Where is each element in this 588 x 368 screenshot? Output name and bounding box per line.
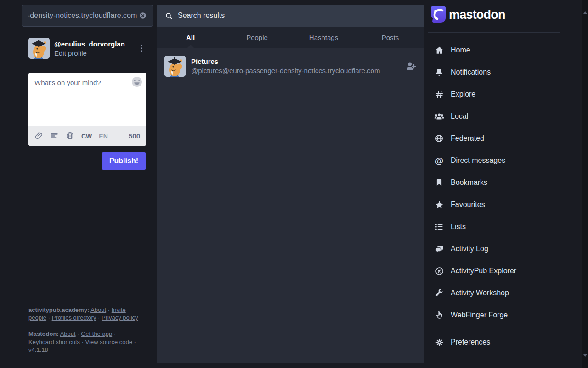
hashtag-icon bbox=[434, 90, 444, 99]
tab-all[interactable]: All bbox=[157, 27, 224, 48]
result-handle: @pictures@euro-passenger-density-notices… bbox=[191, 67, 380, 75]
compose-toolbar: CW EN 500 bbox=[28, 126, 146, 146]
footer-separator: · bbox=[98, 314, 100, 321]
content-warning-button[interactable]: CW bbox=[81, 132, 92, 140]
users-icon bbox=[434, 111, 444, 121]
nav-label: Preferences bbox=[451, 338, 490, 346]
tab-posts[interactable]: Posts bbox=[357, 27, 424, 48]
drawer-footer: activitypub.academy: About · Invite peop… bbox=[28, 306, 142, 354]
nav-item-notifications[interactable]: Notifications bbox=[428, 61, 560, 83]
mastodon-app: @enulius_dorvorglan Edit profile bbox=[0, 0, 588, 368]
nav-item-local[interactable]: Local bbox=[428, 105, 560, 127]
mastodon-wordmark: mastodon bbox=[449, 8, 505, 22]
nav-item-direct-messages[interactable]: @ Direct messages bbox=[428, 150, 560, 172]
hand-point-up-icon bbox=[434, 310, 444, 320]
telescope-circle-icon bbox=[434, 266, 444, 276]
scrollbar-up-arrow-icon[interactable] bbox=[583, 12, 587, 14]
current-account: @enulius_dorvorglan Edit profile bbox=[28, 38, 146, 59]
account-result-row[interactable]: Pictures @pictures@euro-passenger-densit… bbox=[157, 48, 424, 84]
nav-label: Activity Log bbox=[451, 245, 488, 253]
result-texts: Pictures @pictures@euro-passenger-densit… bbox=[191, 58, 380, 75]
nav-item-activity-workshop[interactable]: Activity Workshop bbox=[428, 282, 560, 304]
footer-separator: · bbox=[82, 339, 84, 345]
footer-link-privacy-policy[interactable]: Privacy policy bbox=[102, 314, 138, 321]
tab-hashtags[interactable]: Hashtags bbox=[290, 27, 357, 48]
drawer-search-box bbox=[22, 5, 153, 27]
wrench-icon bbox=[434, 288, 444, 298]
footer-separator: · bbox=[108, 306, 110, 313]
footer-instance-links: activitypub.academy: About · Invite peop… bbox=[28, 306, 142, 322]
bookmark-icon bbox=[434, 178, 444, 187]
nav-divider bbox=[428, 32, 560, 33]
nav-label: Lists bbox=[451, 223, 466, 231]
compose-drawer: @enulius_dorvorglan Edit profile bbox=[22, 5, 153, 363]
mastodon-label: Mastodon: bbox=[28, 330, 59, 337]
tab-people[interactable]: People bbox=[224, 27, 290, 48]
scrollbar-down-arrow-icon[interactable] bbox=[583, 354, 587, 356]
nav-item-favourites[interactable]: Favourites bbox=[428, 194, 560, 216]
footer-link-about-mastodon[interactable]: About bbox=[60, 330, 76, 337]
search-results-column: Search results All People Hashtags Posts… bbox=[157, 5, 424, 363]
search-results-title: Search results bbox=[178, 12, 225, 20]
nav-label: WebFinger Forge bbox=[451, 311, 508, 319]
edit-profile-link[interactable]: Edit profile bbox=[54, 49, 125, 57]
privacy-globe-icon[interactable] bbox=[66, 132, 74, 140]
drawer-inner: @enulius_dorvorglan Edit profile bbox=[28, 38, 146, 359]
footer-link-get-the-app[interactable]: Get the app bbox=[81, 330, 112, 337]
navigation-panel: mastodon Home Notifications Explore bbox=[428, 5, 560, 353]
nav-item-federated[interactable]: Federated bbox=[428, 127, 560, 150]
nav-item-activitypub-explorer[interactable]: ActivityPub Explorer bbox=[428, 260, 560, 282]
result-display-name: Pictures bbox=[191, 58, 380, 65]
nav-label: Favourites bbox=[451, 201, 485, 209]
page-scrollbar[interactable] bbox=[582, 0, 588, 368]
nav-label: Federated bbox=[451, 134, 484, 143]
mastodon-logo[interactable]: mastodon bbox=[428, 5, 560, 25]
poll-icon[interactable] bbox=[50, 132, 59, 140]
footer-separator: · bbox=[134, 339, 136, 345]
nav-item-lists[interactable]: Lists bbox=[428, 216, 560, 238]
nav-label: Home bbox=[451, 46, 470, 54]
nav-item-explore[interactable]: Explore bbox=[428, 83, 560, 105]
attach-file-icon[interactable] bbox=[34, 132, 43, 140]
nav-item-home[interactable]: Home bbox=[428, 39, 560, 61]
mastodon-glyph-icon bbox=[430, 6, 446, 23]
nav-item-activity-log[interactable]: Activity Log bbox=[428, 238, 560, 260]
nav-label: Notifications bbox=[451, 68, 491, 76]
gear-icon bbox=[434, 338, 444, 347]
follow-user-icon[interactable] bbox=[405, 61, 416, 72]
avatar[interactable] bbox=[28, 38, 50, 59]
nav-item-webfinger-forge[interactable]: WebFinger Forge bbox=[428, 304, 560, 326]
search-input[interactable] bbox=[28, 12, 139, 20]
publish-button[interactable]: Publish! bbox=[102, 152, 146, 170]
emoji-picker-icon[interactable] bbox=[131, 76, 142, 87]
tab-people-label: People bbox=[246, 34, 268, 41]
footer-link-about-instance[interactable]: About bbox=[90, 306, 106, 313]
globe-icon bbox=[434, 134, 444, 143]
star-icon bbox=[434, 200, 444, 210]
footer-link-keyboard-shortcuts[interactable]: Keyboard shortcuts bbox=[28, 339, 80, 345]
comments-icon bbox=[434, 244, 444, 254]
language-button[interactable]: EN bbox=[99, 132, 107, 140]
version-label: v4.1.18 bbox=[28, 346, 48, 353]
footer-link-profiles-directory[interactable]: Profiles directory bbox=[52, 314, 96, 321]
nav-label: Explore bbox=[451, 90, 475, 98]
search-tabs: All People Hashtags Posts bbox=[157, 27, 424, 48]
compose-form: CW EN 500 bbox=[28, 73, 146, 146]
account-menu-icon[interactable] bbox=[137, 44, 146, 53]
nav-label: Direct messages bbox=[451, 156, 505, 165]
nav-item-bookmarks[interactable]: Bookmarks bbox=[428, 172, 560, 194]
clear-search-icon[interactable] bbox=[139, 12, 147, 20]
nav-label: Activity Workshop bbox=[451, 289, 509, 297]
footer-separator: · bbox=[48, 314, 50, 321]
compose-textarea[interactable] bbox=[28, 73, 146, 126]
instance-name: activitypub.academy: bbox=[28, 306, 89, 313]
publish-row: Publish! bbox=[28, 152, 146, 170]
footer-link-view-source[interactable]: View source code bbox=[85, 339, 132, 345]
nav-item-preferences[interactable]: Preferences bbox=[428, 331, 560, 353]
home-icon bbox=[434, 46, 444, 55]
search-results-header[interactable]: Search results bbox=[157, 5, 424, 27]
tab-all-label: All bbox=[186, 34, 195, 41]
nav-label: Bookmarks bbox=[451, 178, 487, 187]
account-info: @enulius_dorvorglan Edit profile bbox=[54, 40, 125, 57]
search-icon bbox=[165, 12, 173, 20]
